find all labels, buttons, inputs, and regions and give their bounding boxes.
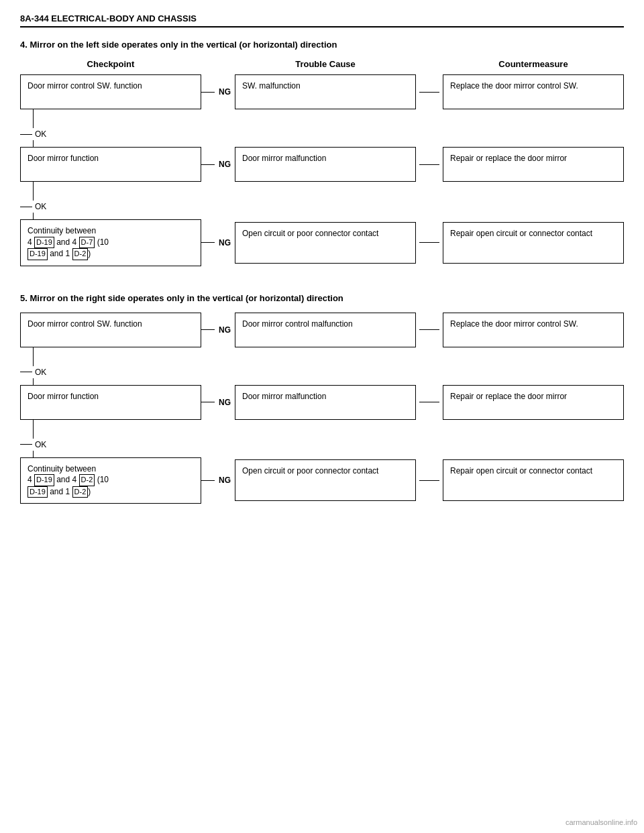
connector-d2-1: D-2 [72,248,89,260]
section5-counter1: Replace the door mirror control SW. [443,313,624,347]
section4-trouble2-box: Door mirror malfunction [235,147,416,182]
section5-ok2-label: OK [32,440,46,449]
section4-ok2-connector: OK [20,182,624,219]
section4-trouble1: SW. malfunction [235,74,416,109]
section4-checkpoint1-box: Door mirror control SW. function [20,74,201,109]
section5-title: 5. Mirror on the right side operates onl… [20,293,624,303]
section5-counter3-box: Repair open circuit or connector contact [443,459,624,501]
section4-counter1: Replace the door mirror control SW. [443,74,624,109]
section5-row3: Continuity between 4 D-19 and 4 D-2 (10 … [20,457,624,504]
section5-checkpoint2: Door mirror function [20,385,201,420]
col-header-checkpoint: Checkpoint [20,59,201,69]
section4-trouble1-box: SW. malfunction [235,74,416,109]
col-header-countermeasure: Countermeasure [443,59,624,69]
section5-trouble2-box: Door mirror malfunction [235,385,416,420]
s5-connector-d19-1: D-19 [34,474,54,486]
watermark: carmanualsonline.info [566,818,637,826]
section4-ng1-label: NG [219,87,231,97]
connector-d19-2: D-19 [28,248,48,260]
section4: 4. Mirror on the left side operates only… [20,40,624,266]
section4-arr2 [416,164,443,165]
section4-row2: Door mirror function NG Door mirror malf… [20,147,624,182]
section4-counter3: Repair open circuit or connector contact [443,222,624,264]
section4-ng2-label: NG [219,160,231,169]
section5-trouble1-box: Door mirror control malfunction [235,313,416,347]
section5-counter3: Repair open circuit or connector contact [443,459,624,501]
section4-trouble3: Open circuit or poor connector contact [235,222,416,264]
section4-counter1-box: Replace the door mirror control SW. [443,74,624,109]
section4-ok1-connector: OK [20,109,624,147]
section4-ok2-label: OK [32,202,46,211]
section4-ng1-connector: NG [201,87,235,97]
section5-ok2-connector: OK [20,420,624,457]
section5-ng1-label: NG [219,325,231,335]
section4-ng3-connector: NG [201,238,235,247]
connector-d7: D-7 [79,237,95,248]
s5-connector-d2-a: D-2 [79,474,95,486]
section5: 5. Mirror on the right side operates onl… [20,293,624,504]
section5-trouble2: Door mirror malfunction [235,385,416,420]
section5-trouble1: Door mirror control malfunction [235,313,416,347]
section5-ok1-label: OK [32,368,46,377]
col-header-trouble: Trouble Cause [235,59,416,69]
section5-counter2: Repair or replace the door mirror [443,385,624,420]
section5-ng2-connector: NG [201,398,235,407]
section4-checkpoint2-box: Door mirror function [20,147,201,182]
section4-checkpoint3: Continuity between 4 D-19 and 4 D-7 (10 … [20,219,201,266]
section5-arr2 [416,402,443,402]
section5-row1: Door mirror control SW. function NG Door… [20,313,624,347]
section4-trouble2: Door mirror malfunction [235,147,416,182]
section4-checkpoint1: Door mirror control SW. function [20,74,201,109]
section5-ng3-connector: NG [201,476,235,485]
section4-checkpoint2: Door mirror function [20,147,201,182]
section5-trouble3-box: Open circuit or poor connector contact [235,459,416,501]
section4-counter2-box: Repair or replace the door mirror [443,147,624,182]
section5-checkpoint1-box: Door mirror control SW. function [20,313,201,347]
section5-ng1-connector: NG [201,325,235,335]
section5-ng3-label: NG [219,476,231,485]
section5-trouble3: Open circuit or poor connector contact [235,459,416,501]
section4-title: 4. Mirror on the left side operates only… [20,40,624,50]
section4-arr3 [416,242,443,243]
section4-counter2: Repair or replace the door mirror [443,147,624,182]
section5-ng2-label: NG [219,398,231,407]
section4-row1: Door mirror control SW. function NG SW. … [20,74,624,109]
section5-checkpoint2-box: Door mirror function [20,385,201,420]
section5-checkpoint3: Continuity between 4 D-19 and 4 D-2 (10 … [20,457,201,504]
section5-arr3 [416,480,443,481]
s5-connector-d19-2: D-19 [28,486,48,498]
section5-arr1 [416,329,443,330]
header-title: 8A-344 ELECTRICAL-BODY AND CHASSIS [20,13,197,23]
section5-counter1-box: Replace the door mirror control SW. [443,313,624,347]
s5-connector-d2-b: D-2 [72,486,89,498]
section4-counter3-box: Repair open circuit or connector contact [443,222,624,264]
section4-ng3-label: NG [219,238,231,247]
section4-ok1-label: OK [32,129,46,139]
section5-checkpoint3-box: Continuity between 4 D-19 and 4 D-2 (10 … [20,457,201,504]
connector-d19-1: D-19 [34,237,54,248]
section5-row2: Door mirror function NG Door mirror malf… [20,385,624,420]
section5-checkpoint1: Door mirror control SW. function [20,313,201,347]
column-headers: Checkpoint Trouble Cause Countermeasure [20,59,624,69]
section4-ng2-connector: NG [201,160,235,169]
section4-row3: Continuity between 4 D-19 and 4 D-7 (10 … [20,219,624,266]
page-header: 8A-344 ELECTRICAL-BODY AND CHASSIS [20,13,624,27]
section4-trouble3-box: Open circuit or poor connector contact [235,222,416,264]
section4-arr1 [416,92,443,93]
section4-checkpoint3-box: Continuity between 4 D-19 and 4 D-7 (10 … [20,219,201,266]
section5-counter2-box: Repair or replace the door mirror [443,385,624,420]
section5-ok1-connector: OK [20,347,624,385]
